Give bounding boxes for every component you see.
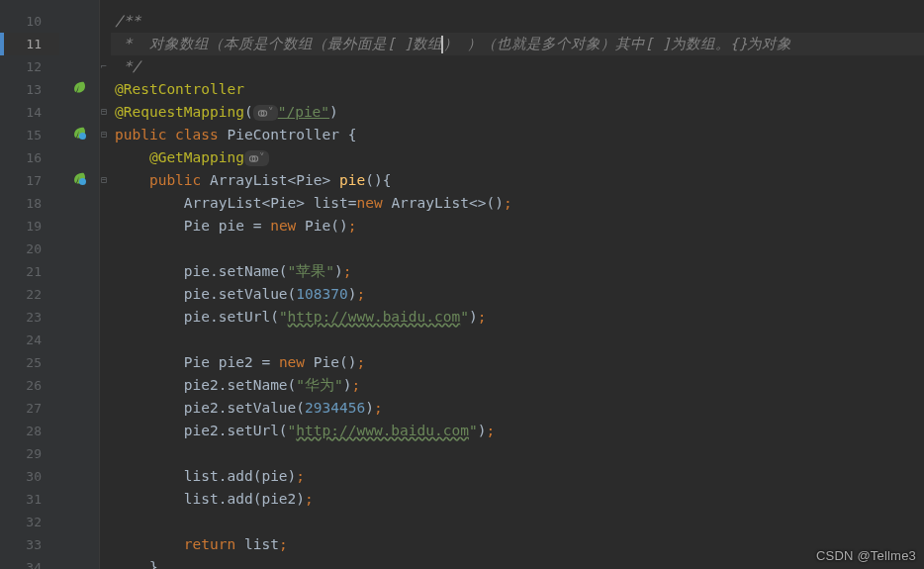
line-number[interactable]: 30 [0,465,59,488]
code-token: new [356,195,391,211]
code-token: ) [334,263,343,279]
code-token: "苹果" [288,263,334,279]
fold-start-icon[interactable]: ⊟ [101,175,110,184]
fold-gutter: ⌐ ⊟ ⊟ ⊟ [99,0,111,569]
code-token: public [149,172,210,188]
code-token: " [279,309,288,325]
code-token: ) [343,377,352,393]
line-number[interactable]: 33 [0,533,59,556]
fold-start-icon[interactable]: ⊟ [101,130,110,139]
code-token: ( [244,104,253,120]
line-number[interactable]: 32 [0,511,59,533]
code-token: ; [343,263,352,279]
line-number[interactable]: 17 [0,169,59,192]
code-token: ) [469,309,478,325]
line-number[interactable]: 13 [0,78,59,101]
code-token: pie2.setValue( [184,400,305,416]
svg-point-1 [79,178,86,185]
code-token: class [175,127,227,142]
code-token: PieController { [228,127,357,142]
code-token: pie2.setName( [184,377,297,393]
code-token: * 对象数组（本质是个数组（最外面是[ ]数组 [115,36,442,51]
line-number[interactable]: 26 [0,374,59,397]
line-number[interactable]: 16 [0,146,59,169]
code-token: ; [296,468,305,484]
line-number[interactable]: 10 [0,10,59,33]
inlay-hint-icon[interactable]: ˅ [244,150,269,166]
code-token: ArrayList<Pie> [210,172,339,188]
code-token: "华为" [296,377,342,393]
code-token: public [115,127,175,142]
code-token: Pie pie2 = [184,354,279,370]
code-token: ） ）（也就是多个对象）其中[ ]为数组。{}为对象 [443,36,791,51]
line-number[interactable]: 18 [0,192,59,215]
code-text-area[interactable]: /** * 对象数组（本质是个数组（最外面是[ ]数组） ）（也就是多个对象）其… [111,0,924,569]
code-token: http://www.baidu.com [296,423,469,438]
code-token: ; [374,400,383,416]
line-number[interactable]: 14 [0,101,59,124]
code-token: @GetMapping [149,149,244,165]
code-token: } [149,559,158,569]
code-token: ; [504,195,512,211]
code-token: Pie() [314,354,357,370]
line-number[interactable]: 20 [0,237,59,260]
line-number[interactable]: 28 [0,420,59,442]
line-number[interactable]: 12 [0,55,59,78]
line-number[interactable]: 15 [0,124,59,146]
gutter-icons [59,0,99,569]
code-token: ; [305,491,314,507]
code-token: " [460,309,469,325]
code-token: list.add(pie2) [184,491,305,507]
spring-bean-icon[interactable] [59,78,99,101]
line-number[interactable]: 34 [0,556,59,569]
line-number[interactable]: 21 [0,260,59,283]
line-number[interactable]: 24 [0,329,59,351]
code-token: pie.setValue( [184,286,297,302]
code-token: ; [486,423,495,438]
line-number[interactable]: 19 [0,215,59,237]
watermark-text: CSDN @Tellme3 [816,548,916,563]
fold-end-icon[interactable]: ⌐ [101,61,110,70]
code-token: Pie() [305,218,348,234]
code-token: ; [356,286,365,302]
code-token: Pie pie = [184,218,270,234]
code-token: @RestController [115,81,244,97]
code-token: pie.setUrl( [184,309,279,325]
code-token: 108370 [296,286,347,302]
code-editor[interactable]: 10 11 12 13 14 15 16 17 18 19 20 21 22 2… [0,0,924,569]
code-token: /** [115,13,140,29]
code-token: ; [478,309,487,325]
spring-web-icon[interactable] [59,124,99,146]
code-token: (){ [365,172,391,188]
code-token: " [469,423,478,438]
line-number[interactable]: 27 [0,397,59,420]
code-token: ; [279,536,288,552]
code-token: new [270,218,305,234]
code-token: list [244,536,279,552]
line-number[interactable]: 29 [0,442,59,465]
active-line-marker [0,33,4,55]
code-token: */ [115,58,140,74]
code-token: ) [329,104,338,120]
code-token: http://www.baidu.com [288,309,461,325]
inlay-hint-icon[interactable]: ˅ [253,105,278,121]
code-token: "/pie" [278,104,329,120]
line-number[interactable]: 23 [0,306,59,329]
line-number[interactable]: 22 [0,283,59,306]
code-token: pie.setName( [184,263,288,279]
line-number-gutter: 10 11 12 13 14 15 16 17 18 19 20 21 22 2… [0,0,59,569]
spring-web-icon[interactable] [59,169,99,192]
code-token: ArrayList<Pie> list= [184,195,357,211]
fold-start-icon[interactable]: ⊟ [101,107,110,116]
code-token: ; [356,354,365,370]
line-number[interactable]: 11 [0,33,59,55]
code-token: new [279,354,314,370]
line-number[interactable]: 25 [0,351,59,374]
code-token: ; [352,377,361,393]
code-token: ) [365,400,374,416]
code-token: @RequestMapping [115,104,244,120]
code-token: pie [339,172,365,188]
line-number[interactable]: 31 [0,488,59,511]
code-token: return [184,536,244,552]
code-token: ; [348,218,357,234]
